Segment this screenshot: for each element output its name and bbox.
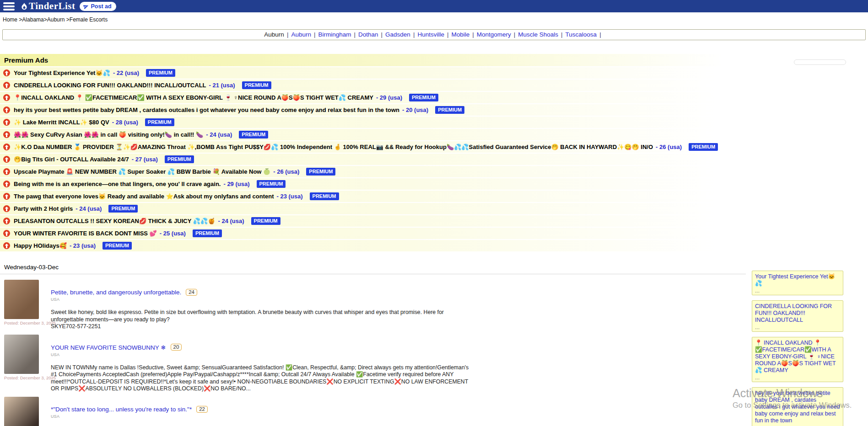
premium-ad-age-meta: - 29 (usa) <box>223 181 249 187</box>
city-separator: | <box>444 31 452 38</box>
premium-ad-title-link[interactable]: Being with me is an experience—one that … <box>14 181 221 187</box>
premium-badge: PREMIUM <box>257 180 286 188</box>
breadcrumb-link[interactable]: Auburn <box>47 16 65 23</box>
premium-ad-title-link[interactable]: ✨K.O Daa NUMBER 🥇 PROVIDER ⏳✨💋AMAZING Th… <box>14 144 653 150</box>
listings-section: Wednesday-03-Dec Posted: December 3, 202… <box>0 262 868 426</box>
listing-title-link[interactable]: YOUR NEW FAVORITE SNOWBUNNY ❄ <box>51 344 166 351</box>
breadcrumb-separator: > <box>17 16 22 23</box>
sidebar-ad-link[interactable]: hey its your best wettes petite baby DRE… <box>755 390 840 424</box>
premium-sidebar: Your Tightest Experience Yet🐱💦...CINDERE… <box>752 271 843 426</box>
premium-ad-title-link[interactable]: hey its your best wettes petite baby DRE… <box>14 106 399 113</box>
breadcrumb-link[interactable]: Female Escorts <box>70 16 108 23</box>
premium-ad-title-link[interactable]: 🌺🌺 Sexy CuRvy Asian 🌺🌺 in call 🍑 visitin… <box>14 131 203 138</box>
premium-ad-title-link[interactable]: Upscale Playmate 🚨 NEW NUMBER 💦 Super So… <box>14 168 270 175</box>
sidebar-ad-box: hey its your best wettes petite baby DRE… <box>752 387 843 426</box>
premium-ad-age-meta: - 29 (usa) <box>376 94 402 101</box>
premium-ad-row: 📍INCALL OAKLAND 📍 ✅FACETIME/CAR✅ WITH A … <box>0 92 746 103</box>
premium-ad-age-meta: - 26 (usa) <box>273 168 299 175</box>
site-logo-text: TinderList <box>29 0 75 12</box>
listing-thumbnail[interactable] <box>4 335 39 374</box>
premium-ad-age-meta: - 26 (usa) <box>656 144 682 150</box>
breadcrumb: Home >Alabama>Auburn >Female Escorts <box>0 12 868 24</box>
premium-badge: PREMIUM <box>242 81 271 89</box>
more-ellipsis: ... <box>755 375 840 380</box>
listing-contact: SKYE702-577-2251 <box>51 323 471 330</box>
sidebar-ad-link[interactable]: CINDERELLA LOOKING FOR FUN!!! OAKLAND!!!… <box>755 303 840 324</box>
more-ellipsis: ... <box>755 325 840 330</box>
city-link[interactable]: Montgomery <box>477 31 511 38</box>
posted-date: Posted: December 3, 2025 <box>4 320 45 325</box>
breadcrumb-link[interactable]: Alabama <box>22 16 43 23</box>
city-link[interactable]: Birmingham <box>318 31 351 38</box>
city-separator: | <box>311 31 318 38</box>
city-link[interactable]: Tuscaloosa <box>566 31 597 38</box>
city-link[interactable]: Muscle Shoals <box>518 31 558 38</box>
premium-badge: PREMIUM <box>435 106 464 114</box>
breadcrumb-separator: > <box>65 16 69 23</box>
premium-ad-row: 🤭Big Tits Girl - OUTCALL Available 24/7-… <box>0 154 746 165</box>
post-ad-button[interactable]: Post ad <box>80 2 116 11</box>
date-header: Wednesday-03-Dec <box>0 262 746 274</box>
premium-ad-title-link[interactable]: The pawg that everyone loves🐱 Ready and … <box>14 193 274 200</box>
site-logo[interactable]: TinderList <box>20 0 75 12</box>
premium-ad-row: PLEASANTON OUTCALLS !! SEXY KOREAN💋 THIC… <box>0 215 746 227</box>
city-link[interactable]: Mobile <box>451 31 469 38</box>
premium-ad-row: Happy HOlidays🥰- 23 (usa)PREMIUM <box>0 240 746 251</box>
listing-title-link[interactable]: Petite, brunette, and dangerously unforg… <box>51 289 181 296</box>
up-arrow-icon <box>3 181 10 187</box>
premium-badge: PREMIUM <box>145 118 174 126</box>
up-arrow-icon <box>3 106 10 113</box>
premium-ad-row: 🌺🌺 Sexy CuRvy Asian 🌺🌺 in call 🍑 visitin… <box>0 129 746 140</box>
up-arrow-icon <box>3 230 10 237</box>
premium-ad-title-link[interactable]: ✨ Lake Merritt INCALL✨ $80 QV <box>14 119 109 126</box>
sidebar-ad-link[interactable]: Your Tightest Experience Yet🐱💦 <box>755 273 840 287</box>
city-link[interactable]: Auburn <box>291 31 311 38</box>
hamburger-menu-icon[interactable] <box>3 2 15 11</box>
listing-left-column: Posted: December 3, 2025 <box>4 335 45 393</box>
city-link[interactable]: Gadsden <box>385 31 410 38</box>
premium-ad-title-link[interactable]: PLEASANTON OUTCALLS !! SEXY KOREAN💋 THIC… <box>14 218 215 224</box>
breadcrumb-link[interactable]: Home <box>3 16 17 23</box>
premium-ad-title-link[interactable]: Your Tightest Experience Yet🐱💦 <box>14 69 110 76</box>
city-link[interactable]: Huntsville <box>417 31 444 38</box>
premium-badge: PREMIUM <box>108 205 138 213</box>
premium-ads-section: Premium Ads Your Tightest Experience Yet… <box>0 54 868 251</box>
flame-icon <box>20 2 28 11</box>
listing-country: USA <box>51 414 471 419</box>
premium-ad-title-link[interactable]: 📍INCALL OAKLAND 📍 ✅FACETIME/CAR✅ WITH A … <box>14 94 373 101</box>
premium-ad-title-link[interactable]: YOUR WINTER FAVORITE IS BACK DONT MISS 💕 <box>14 230 157 237</box>
premium-ad-age-meta: - 25 (usa) <box>160 230 186 237</box>
premium-ad-title-link[interactable]: Happy HOlidays🥰 <box>14 242 67 249</box>
listing-row: Posted: December 3, 2025Petite, brunette… <box>4 280 868 330</box>
listing-thumbnail[interactable] <box>4 280 39 319</box>
premium-ad-row: The pawg that everyone loves🐱 Ready and … <box>0 191 746 202</box>
posted-date: Posted: December 3, 2025 <box>4 375 45 380</box>
up-arrow-icon <box>3 205 10 212</box>
listing-title-row: YOUR NEW FAVORITE SNOWBUNNY ❄20 <box>51 344 471 351</box>
premium-ad-title-link[interactable]: CINDERELLA LOOKING FOR FUN!!! OAKLAND!!!… <box>14 82 206 89</box>
premium-ad-title-link[interactable]: 🤭Big Tits Girl - OUTCALL Available 24/7 <box>14 156 129 163</box>
up-arrow-icon <box>3 94 10 101</box>
premium-ad-age-meta: - 24 (usa) <box>218 218 244 224</box>
listing-country: USA <box>51 352 471 357</box>
premium-ads-list: Your Tightest Experience Yet🐱💦- 22 (usa)… <box>0 67 868 251</box>
sidebar-ad-link[interactable]: 📍 INCALL OAKLAND 📍 ✅FACETIME/CAR✅WITH A … <box>755 340 840 374</box>
premium-ad-age-meta: - 23 (usa) <box>70 242 96 249</box>
premium-ad-row: ✨ Lake Merritt INCALL✨ $80 QV- 28 (usa)P… <box>0 117 746 128</box>
premium-ad-row: Your Tightest Experience Yet🐱💦- 22 (usa)… <box>0 67 746 79</box>
premium-ad-age-meta: - 24 (usa) <box>206 131 232 138</box>
listing-title-link[interactable]: *"Don't stare too long... unless you're … <box>51 406 192 413</box>
city-link[interactable]: Dothan <box>358 31 378 38</box>
listing-thumbnail[interactable] <box>4 397 39 426</box>
listing-row: Posted: December 3, 2025*"Don't stare to… <box>4 397 868 426</box>
premium-ad-age-meta: - 20 (usa) <box>402 106 428 113</box>
breadcrumb-separator: > <box>44 16 47 23</box>
up-arrow-icon <box>3 242 10 249</box>
top-navbar: TinderList Post ad <box>0 0 868 12</box>
listing-title-row: *"Don't stare too long... unless you're … <box>51 406 471 413</box>
premium-ad-title-link[interactable]: Party with 2 Hot girls <box>14 205 73 212</box>
premium-ad-age-meta: - 22 (usa) <box>113 69 139 76</box>
listing-left-column: Posted: December 3, 2025 <box>4 280 45 330</box>
up-arrow-icon <box>3 218 10 224</box>
premium-ad-row: YOUR WINTER FAVORITE IS BACK DONT MISS 💕… <box>0 228 746 239</box>
